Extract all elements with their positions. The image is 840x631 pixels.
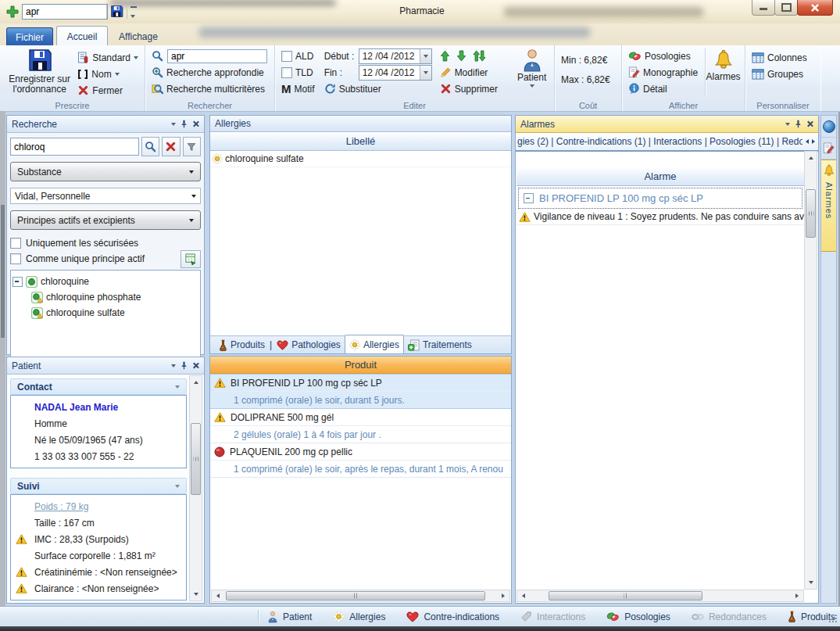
move-down-button[interactable] xyxy=(456,50,466,62)
allergy-row[interactable]: chloroquine sulfate xyxy=(210,151,511,167)
resize-grip[interactable] xyxy=(828,614,838,623)
alarmes-button[interactable]: Alarmes xyxy=(706,48,741,82)
patient-panel-header[interactable]: Patient xyxy=(7,357,204,375)
groupes-button[interactable]: Groupes xyxy=(749,66,817,82)
dropdown-icon[interactable] xyxy=(420,66,431,80)
tab-produits[interactable]: Produits xyxy=(215,336,269,353)
search-go-button[interactable] xyxy=(141,137,159,156)
principes-dropdown[interactable]: Principes actifs et excipients xyxy=(10,210,201,230)
tree-node-child[interactable]: chloroquine phosphate xyxy=(13,289,198,305)
tab-traitements[interactable]: Traitements xyxy=(404,336,476,353)
alarmes-vscrollbar[interactable] xyxy=(804,151,817,590)
alarm-row[interactable]: Vigilance de niveau 1 : Soyez prudents. … xyxy=(517,209,804,225)
scroll-thumb[interactable] xyxy=(806,189,816,238)
dock-monographie-button[interactable] xyxy=(821,138,836,160)
tab-allergies[interactable]: Allergies xyxy=(345,335,404,353)
status-posologies[interactable]: Posologies xyxy=(606,611,670,622)
detail-button[interactable]: Détail xyxy=(626,81,705,97)
product-posology[interactable]: 1 comprimé (orale) le soir, après le rep… xyxy=(210,461,511,478)
supprimer-button[interactable]: Supprimer xyxy=(438,81,514,97)
left-dock-thumb[interactable] xyxy=(1,205,5,338)
maximize-button[interactable] xyxy=(774,0,798,16)
tabs-scroll-left-icon[interactable] xyxy=(806,139,809,144)
alarmes-hscrollbar[interactable] xyxy=(517,590,804,602)
tab-affichage[interactable]: Affichage xyxy=(111,27,166,45)
dock-detail-button[interactable] xyxy=(821,116,836,138)
source-dropdown[interactable]: Vidal, Personnelle xyxy=(10,188,201,204)
fermer-button[interactable]: Fermer xyxy=(75,82,141,99)
tabs-scroll-right-icon[interactable] xyxy=(812,139,815,144)
scroll-down-button[interactable] xyxy=(805,576,817,589)
sort-button[interactable] xyxy=(473,50,486,62)
tab-accueil[interactable]: Accueil xyxy=(56,26,108,46)
titlebar[interactable]: Pharmacie xyxy=(0,0,840,23)
export-grid-button[interactable] xyxy=(181,250,201,268)
scroll-up-button[interactable] xyxy=(190,376,202,389)
scroll-up-button[interactable] xyxy=(805,152,817,164)
alarme-column-header[interactable]: Alarme xyxy=(517,167,804,186)
contact-section-header[interactable]: Contact xyxy=(10,378,187,395)
close-icon[interactable] xyxy=(192,120,199,127)
monographie-button[interactable]: Monographie xyxy=(626,64,705,81)
new-prescription-icon[interactable] xyxy=(6,5,19,18)
alarmes-panel-header[interactable]: Alarmes xyxy=(516,116,818,133)
tab-fichier[interactable]: Fichier xyxy=(6,27,53,46)
quick-search-input[interactable] xyxy=(22,4,108,20)
dock-alarmes-tab[interactable]: Alarmes xyxy=(821,160,836,252)
alarm-group-row[interactable]: BI PROFENID LP 100 mg cp séc LP xyxy=(518,188,802,209)
panel-menu-icon[interactable] xyxy=(785,123,790,126)
move-up-button[interactable] xyxy=(440,50,450,62)
search-clear-button[interactable] xyxy=(162,137,180,156)
scroll-left-button[interactable] xyxy=(517,590,530,601)
product-posology[interactable]: 1 comprimé (orale) le soir, durant 5 jou… xyxy=(210,392,511,409)
tree-node-child[interactable]: chloroquine sulfate xyxy=(13,305,198,321)
pin-icon[interactable] xyxy=(180,120,188,128)
search-type-dropdown[interactable]: Substance xyxy=(10,162,201,181)
panel-menu-icon[interactable] xyxy=(171,123,176,126)
allergies-panel-header[interactable]: Allergies xyxy=(210,116,511,132)
posologies-button[interactable]: Posologies xyxy=(626,48,705,64)
nom-button[interactable]: Nom xyxy=(75,66,141,82)
status-contre-indications[interactable]: Contre-indications xyxy=(406,611,499,622)
scroll-left-button[interactable] xyxy=(212,590,224,601)
close-icon[interactable] xyxy=(192,362,199,369)
ald-checkbox[interactable]: ALD xyxy=(279,48,322,64)
close-icon[interactable] xyxy=(806,120,813,127)
scroll-right-button[interactable] xyxy=(497,590,509,601)
standard-button[interactable]: Standard xyxy=(75,49,141,66)
product-row[interactable]: BI PROFENID LP 100 mg cp séc LP xyxy=(210,374,511,392)
scroll-thumb[interactable] xyxy=(191,423,201,495)
substance-search-input[interactable] xyxy=(10,138,139,156)
product-row[interactable]: PLAQUENIL 200 mg cp pellic xyxy=(210,443,511,461)
recherche-panel-header[interactable]: Recherche xyxy=(7,116,204,133)
minimize-button[interactable] xyxy=(752,0,775,16)
panel-menu-icon[interactable] xyxy=(171,364,176,367)
suivi-section-header[interactable]: Suivi xyxy=(10,478,187,494)
fin-date-picker[interactable]: 12 /04 /2012 xyxy=(359,65,432,81)
pin-icon[interactable] xyxy=(180,361,188,370)
patient-weight-link[interactable]: Poids : 79 kg xyxy=(11,498,186,514)
tree-node-root[interactable]: chloroquine xyxy=(13,274,198,289)
alarm-category-tabs[interactable]: gies (2) | Contre-indications (1) | Inte… xyxy=(516,133,818,152)
quick-access-dropdown-icon[interactable] xyxy=(130,6,137,20)
substituer-button[interactable]: Substituer xyxy=(322,81,434,97)
dropdown-icon[interactable] xyxy=(420,49,431,63)
save-icon[interactable] xyxy=(110,5,123,18)
product-row[interactable]: DOLIPRANE 500 mg gél xyxy=(210,409,511,426)
libelle-column-header[interactable]: Libellé xyxy=(210,132,511,151)
ribbon-search-input[interactable] xyxy=(167,49,267,63)
product-posology[interactable]: 2 gélules (orale) 1 à 4 fois par jour . xyxy=(210,426,511,443)
unique-principe-checkbox[interactable]: Comme unique principe actif xyxy=(10,251,201,267)
securisees-checkbox[interactable]: Uniquement les sécurisées xyxy=(10,235,201,251)
produit-hscrollbar[interactable] xyxy=(211,590,510,602)
pin-icon[interactable] xyxy=(794,120,802,128)
status-patient[interactable]: Patient xyxy=(267,611,312,623)
collapse-icon[interactable] xyxy=(524,193,534,203)
produit-column-header[interactable]: Produit xyxy=(210,357,511,374)
patient-button[interactable]: Patient xyxy=(513,48,550,88)
debut-date-picker[interactable]: 12 /04 /2012 xyxy=(359,48,432,64)
collapse-icon[interactable] xyxy=(13,277,23,287)
scroll-down-button[interactable] xyxy=(190,588,202,601)
left-dock-strip[interactable] xyxy=(0,111,5,606)
tld-checkbox[interactable]: TLD xyxy=(279,64,322,81)
